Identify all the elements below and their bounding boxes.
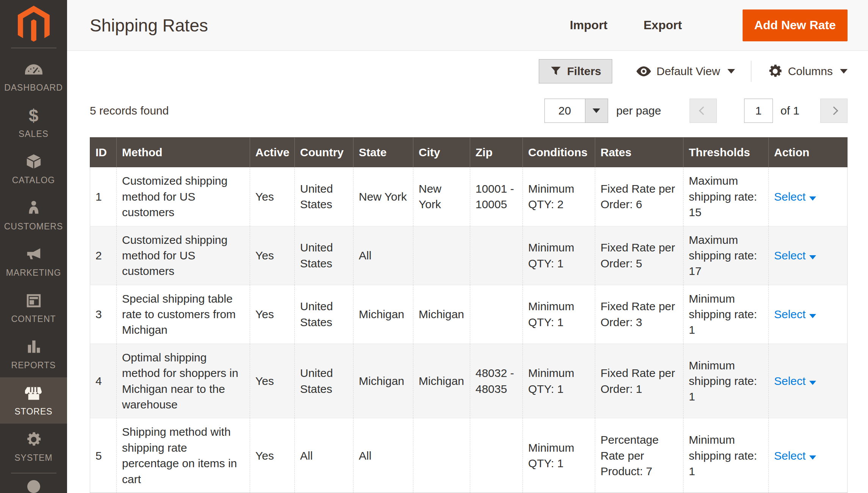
next-page-button[interactable] bbox=[820, 99, 848, 123]
import-button[interactable]: Import bbox=[570, 18, 608, 32]
select-caret-icon bbox=[809, 381, 816, 385]
cell-city bbox=[413, 226, 470, 285]
cell-state: All bbox=[353, 418, 413, 493]
chevron-down-icon bbox=[727, 69, 735, 74]
column-header-thresholds[interactable]: Thresholds bbox=[683, 138, 769, 168]
sidebar-bottom bbox=[0, 473, 67, 493]
cell-city: New York bbox=[413, 167, 470, 226]
grid-body: 1Customized shipping method for US custo… bbox=[90, 167, 848, 493]
column-header-method[interactable]: Method bbox=[117, 138, 250, 168]
columns-gear-icon bbox=[767, 63, 783, 79]
catalog-icon bbox=[25, 153, 43, 171]
column-header-zip[interactable]: Zip bbox=[470, 138, 523, 168]
add-new-rate-button[interactable]: Add New Rate bbox=[743, 9, 848, 41]
cell-conditions: Minimum QTY: 1 bbox=[523, 226, 595, 285]
select-action-link[interactable]: Select bbox=[774, 190, 816, 203]
stores-icon bbox=[25, 384, 43, 402]
select-caret-box bbox=[585, 99, 608, 122]
system-icon bbox=[25, 430, 43, 449]
sidebar-item-label: CUSTOMERS bbox=[4, 221, 63, 232]
sidebar-item-reports[interactable]: REPORTS bbox=[0, 331, 67, 377]
cell-thresholds: Maximum shipping rate: 17 bbox=[683, 226, 769, 285]
chevron-right-icon bbox=[830, 107, 838, 115]
sidebar-item-stores[interactable]: STORES bbox=[0, 377, 67, 424]
cell-id: 1 bbox=[90, 167, 117, 226]
sidebar-item-sales[interactable]: $ SALES bbox=[0, 100, 67, 146]
magento-logo[interactable] bbox=[0, 0, 67, 48]
cell-country: United States bbox=[295, 285, 353, 344]
export-button[interactable]: Export bbox=[644, 18, 682, 32]
cell-rates: Fixed Rate per Order: 1 bbox=[595, 344, 683, 418]
select-action-link[interactable]: Select bbox=[774, 375, 816, 387]
cell-zip bbox=[470, 418, 523, 493]
column-header-state[interactable]: State bbox=[353, 138, 413, 168]
sidebar-item-label: CATALOG bbox=[12, 175, 55, 185]
column-header-action[interactable]: Action bbox=[769, 138, 848, 168]
sidebar-item-content[interactable]: CONTENT bbox=[0, 285, 67, 331]
column-header-city[interactable]: City bbox=[413, 138, 470, 168]
sidebar-item-dashboard[interactable]: DASHBOARD bbox=[0, 53, 67, 100]
cell-active: Yes bbox=[250, 226, 295, 285]
sidebar-item-label: STORES bbox=[14, 407, 52, 417]
per-page-select[interactable]: 20 bbox=[544, 99, 608, 123]
cell-city: Michigan bbox=[413, 344, 470, 418]
cell-id: 2 bbox=[90, 226, 117, 285]
cell-conditions: Minimum QTY: 1 bbox=[523, 344, 595, 418]
cell-thresholds: Minimum shipping rate: 1 bbox=[683, 285, 769, 344]
cell-id: 4 bbox=[90, 344, 117, 418]
table-row: 3Special shipping table rate to customer… bbox=[90, 285, 848, 344]
cell-zip: 10001 - 10005 bbox=[470, 167, 523, 226]
cell-rates: Percentage Rate per Product: 7 bbox=[595, 418, 683, 493]
cell-zip bbox=[470, 285, 523, 344]
cell-city bbox=[413, 418, 470, 493]
cell-action: Select bbox=[769, 167, 848, 226]
cell-method: Shipping method with shipping rate perce… bbox=[117, 418, 250, 493]
cell-country: All bbox=[295, 418, 353, 493]
sidebar-item-customers[interactable]: CUSTOMERS bbox=[0, 192, 67, 239]
select-action-link[interactable]: Select bbox=[774, 449, 816, 462]
header-actions: Import Export Add New Rate bbox=[570, 9, 848, 41]
pagination: 20 per page of 1 bbox=[544, 99, 848, 123]
cell-state: All bbox=[353, 226, 413, 285]
cell-method: Customized shipping method for US custom… bbox=[117, 167, 250, 226]
select-action-link[interactable]: Select bbox=[774, 249, 816, 262]
cell-city: Michigan bbox=[413, 285, 470, 344]
sidebar-item-label: SALES bbox=[19, 129, 48, 139]
column-header-id[interactable]: ID bbox=[90, 138, 117, 168]
cell-active: Yes bbox=[250, 285, 295, 344]
cell-method: Optimal shipping method for shoppers in … bbox=[117, 344, 250, 418]
total-pages-label: of 1 bbox=[780, 104, 799, 117]
table-row: 2Customized shipping method for US custo… bbox=[90, 226, 848, 285]
columns-selector[interactable]: Columns bbox=[767, 63, 848, 79]
cell-zip: 48032 - 48035 bbox=[470, 344, 523, 418]
select-action-link[interactable]: Select bbox=[774, 308, 816, 320]
cell-active: Yes bbox=[250, 418, 295, 493]
column-header-active[interactable]: Active bbox=[250, 138, 295, 168]
column-header-conditions[interactable]: Conditions bbox=[523, 138, 595, 168]
cell-thresholds: Minimum shipping rate: 1 bbox=[683, 418, 769, 493]
sidebar-item-system[interactable]: SYSTEM bbox=[0, 424, 67, 470]
view-label: Default View bbox=[657, 65, 720, 78]
chevron-left-icon bbox=[699, 107, 708, 115]
cell-state: New York bbox=[353, 167, 413, 226]
partners-extensions-icon[interactable] bbox=[27, 480, 40, 493]
column-header-country[interactable]: Country bbox=[295, 138, 353, 168]
sidebar-item-marketing[interactable]: MARKETING bbox=[0, 239, 67, 285]
table-row: 4Optimal shipping method for shoppers in… bbox=[90, 344, 848, 418]
columns-label: Columns bbox=[788, 65, 833, 78]
magento-logo-icon bbox=[18, 6, 50, 42]
sidebar-item-catalog[interactable]: CATALOG bbox=[0, 146, 67, 192]
cell-action: Select bbox=[769, 285, 848, 344]
sales-icon: $ bbox=[25, 107, 43, 125]
sidebar-item-label: REPORTS bbox=[11, 360, 56, 371]
cell-rates: Fixed Rate per Order: 3 bbox=[595, 285, 683, 344]
current-page-input[interactable] bbox=[744, 99, 773, 123]
column-header-rates[interactable]: Rates bbox=[595, 138, 683, 168]
sidebar-item-label: MARKETING bbox=[6, 268, 61, 278]
view-selector[interactable]: Default View bbox=[636, 63, 735, 79]
previous-page-button[interactable] bbox=[690, 99, 717, 123]
filters-button[interactable]: Filters bbox=[539, 59, 612, 83]
per-page-label: per page bbox=[616, 104, 661, 117]
cell-action: Select bbox=[769, 344, 848, 418]
sidebar-item-label: SYSTEM bbox=[14, 453, 53, 463]
